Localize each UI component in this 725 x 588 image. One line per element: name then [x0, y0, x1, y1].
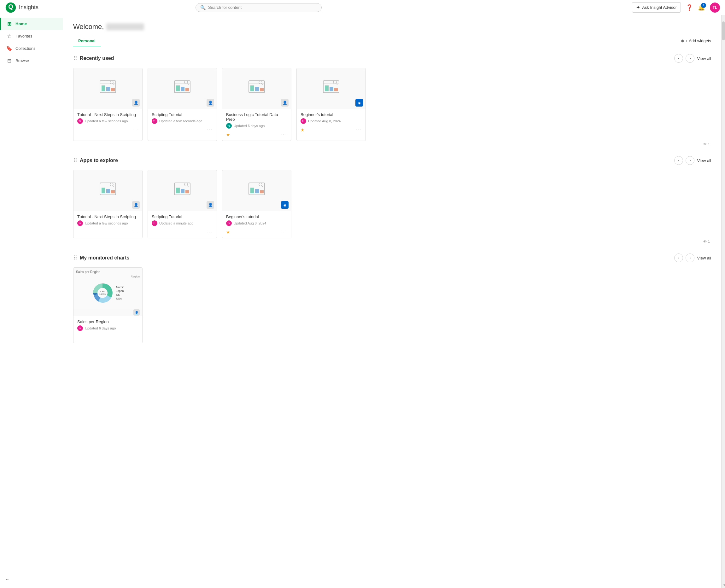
home-icon: ⊞ [6, 21, 12, 27]
sidebar-collapse-button[interactable]: ← [0, 573, 63, 586]
svg-rect-26 [330, 87, 333, 91]
card-updated: Updated Aug 8, 2024 [308, 119, 340, 123]
charts-view-all[interactable]: View all [697, 256, 711, 260]
card-meta: TL Updated a few seconds ago [77, 118, 139, 124]
qlik-logo-icon: Q [5, 2, 16, 13]
scrollbar-thumb[interactable] [722, 21, 725, 40]
ask-advisor-button[interactable]: ✦ Ask Insight Advisor [632, 2, 681, 13]
charts-next-button[interactable]: › [686, 253, 695, 262]
sidebar-item-collections[interactable]: 🔖 Collections [0, 42, 63, 55]
svg-rect-39 [176, 188, 180, 193]
card-more-button[interactable]: ··· [207, 229, 213, 235]
card-avatar: TL [77, 326, 83, 331]
card-star-button[interactable]: ★ [226, 230, 230, 235]
my-monitored-charts-title-area: ⠿ My monitored charts [73, 254, 129, 261]
table-row[interactable]: Sales per Region Region [73, 267, 143, 343]
search-input[interactable] [208, 5, 317, 10]
card-more-button[interactable]: ··· [132, 229, 139, 235]
card-app-icon: 👤 [207, 201, 214, 209]
sidebar-label-browse: Browse [16, 58, 29, 63]
svg-rect-47 [255, 189, 259, 193]
my-monitored-charts-cards: Sales per Region Region [73, 267, 711, 343]
table-row[interactable]: 👤 Tutorial - Next Steps in Scripting TL … [73, 170, 143, 238]
main-content: Welcome, Personal ⊕ + Add widgets ⠿ Rece… [63, 15, 721, 588]
recently-used-prev-button[interactable]: ‹ [674, 54, 683, 63]
welcome-text: Welcome, [73, 23, 104, 31]
sidebar-label-collections: Collections [16, 46, 36, 51]
table-row[interactable]: 👤 Tutorial - Next Steps in Scripting TL … [73, 68, 143, 141]
card-more-button[interactable]: ··· [207, 127, 213, 133]
help-button[interactable]: ❓ [686, 4, 693, 11]
recently-used-nav: ‹ › View all [674, 54, 711, 63]
table-row[interactable]: 👤 Scripting Tutorial TL Updated a few se… [148, 68, 217, 141]
legend-item-uk: UK [116, 293, 124, 296]
tab-personal[interactable]: Personal [73, 36, 101, 46]
card-meta: TL Updated 6 days ago [226, 123, 287, 129]
legend-item-usa: USA [116, 297, 124, 300]
notification-button[interactable]: 🔔 1 [698, 4, 705, 11]
svg-rect-13 [185, 88, 189, 91]
card-more-button[interactable]: ··· [132, 334, 139, 340]
chart-card-icon-bar: 👤 [74, 309, 142, 316]
app-thumbnail-icon [98, 79, 117, 98]
card-star-button[interactable]: ★ [226, 132, 230, 137]
card-footer: Scripting Tutorial TL Updated a minute a… [148, 211, 216, 229]
my-monitored-charts-section: ⠿ My monitored charts ‹ › View all Sales… [73, 253, 711, 343]
apps-view-all[interactable]: View all [697, 158, 711, 163]
recently-used-title: Recently used [80, 56, 114, 61]
card-actions: ★ ··· [297, 127, 366, 136]
apps-next-button[interactable]: › [686, 156, 695, 165]
card-thumbnail: 👤 [222, 68, 291, 109]
card-actions: ··· [148, 229, 216, 238]
card-more-button[interactable]: ··· [132, 127, 139, 133]
donut-legend: Nordic Japan UK USA [116, 286, 124, 300]
charts-prev-button[interactable]: ‹ [674, 253, 683, 262]
table-row[interactable]: 👤 Business Logic Tutorial Data Prep TL U… [222, 68, 291, 141]
card-meta: TL Updated Aug 8, 2024 [226, 220, 287, 226]
scroll-down-button[interactable]: ▼ [722, 582, 725, 588]
table-row[interactable]: ◉ Beginner's tutorial TL Updated Aug 8, … [222, 170, 291, 238]
legend-item-japan: Japan [116, 290, 124, 293]
my-monitored-charts-nav: ‹ › View all [674, 253, 711, 262]
card-updated: Updated a few seconds ago [85, 221, 128, 225]
drag-handle-charts[interactable]: ⠿ [73, 254, 77, 261]
sidebar-item-favorites[interactable]: ☆ Favorites [0, 30, 63, 42]
card-avatar: TL [152, 118, 157, 124]
svg-rect-12 [181, 87, 185, 91]
search-bar[interactable]: 🔍 [195, 3, 322, 12]
app-thumbnail-icon [173, 79, 192, 98]
card-updated: Updated a few seconds ago [85, 119, 128, 123]
svg-point-14 [185, 81, 188, 84]
notification-badge: 1 [701, 3, 706, 8]
eye-icon: 👁 [703, 142, 707, 146]
my-monitored-charts-title: My monitored charts [80, 255, 129, 261]
card-more-button[interactable]: ··· [356, 127, 362, 133]
sidebar-item-browse[interactable]: ⊟ Browse [0, 55, 63, 67]
drag-handle-apps[interactable]: ⠿ [73, 157, 77, 164]
card-more-button[interactable]: ··· [281, 229, 287, 235]
card-star-button[interactable]: ★ [301, 127, 305, 132]
sidebar-item-home[interactable]: ⊞ Home [0, 18, 63, 30]
table-row[interactable]: 👤 Scripting Tutorial TL Updated a minute… [148, 170, 217, 238]
svg-rect-5 [106, 87, 110, 91]
avatar[interactable]: TL [710, 2, 720, 13]
card-updated: Updated Aug 8, 2024 [234, 221, 266, 225]
card-more-button[interactable]: ··· [281, 132, 287, 138]
apps-to-explore-cards: 👤 Tutorial - Next Steps in Scripting TL … [73, 170, 711, 238]
drag-handle-recently-used[interactable]: ⠿ [73, 55, 77, 62]
recently-used-next-button[interactable]: › [686, 54, 695, 63]
recently-used-view-all[interactable]: View all [697, 56, 711, 61]
svg-rect-46 [250, 188, 254, 193]
card-app-icon: ◉ [281, 201, 289, 209]
add-widgets-button[interactable]: ⊕ + Add widgets [681, 39, 711, 43]
svg-rect-33 [106, 189, 110, 193]
layout: ⊞ Home ☆ Favorites 🔖 Collections ⊟ Brows… [0, 15, 725, 588]
top-nav-right: ✦ Ask Insight Advisor ❓ 🔔 1 TL [632, 2, 720, 13]
card-avatar: TL [301, 118, 306, 124]
apps-prev-button[interactable]: ‹ [674, 156, 683, 165]
person-icon: 👤 [134, 101, 139, 105]
table-row[interactable]: ◉ Beginner's tutorial TL Updated Aug 8, … [296, 68, 366, 141]
apps-to-explore-section: ⠿ Apps to explore ‹ › View all [73, 156, 711, 244]
svg-text:3.3%: 3.3% [100, 290, 105, 293]
card-app-icon: ◉ [355, 99, 363, 107]
